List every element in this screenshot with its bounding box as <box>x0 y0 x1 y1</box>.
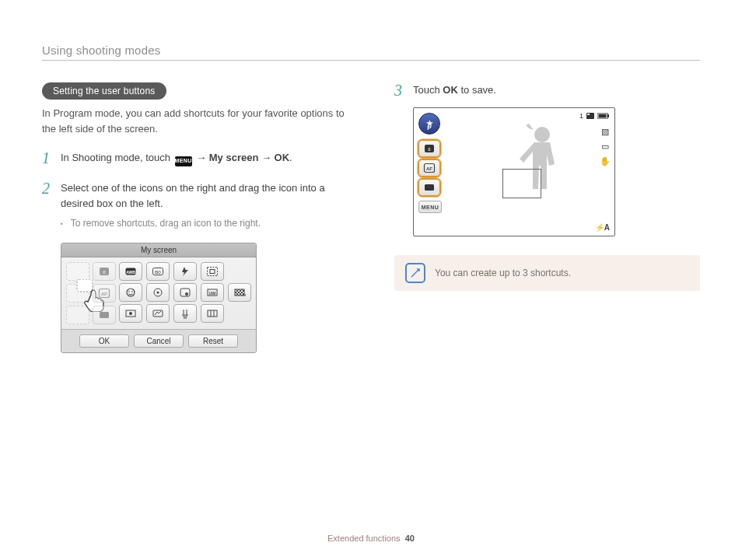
iso-icon[interactable] <box>146 262 170 281</box>
photosize-status-icon: ▭ <box>601 142 609 152</box>
cancel-button[interactable]: Cancel <box>134 334 184 348</box>
awb-icon[interactable] <box>119 262 142 281</box>
shortcut-ev[interactable] <box>418 140 440 157</box>
svg-rect-34 <box>587 114 590 115</box>
step-body: Select one of the icons on the right and… <box>61 180 348 212</box>
shortcut-slots <box>66 262 89 324</box>
intro-text: In Program mode, you can add shortcuts f… <box>42 106 348 136</box>
drive-icon <box>93 306 116 324</box>
face-icon[interactable] <box>119 283 142 302</box>
battery-icon <box>597 113 610 119</box>
ois-icon-small[interactable] <box>173 304 197 323</box>
shortcut-drive[interactable] <box>418 179 440 196</box>
myscreen-panel: My screen <box>61 243 257 353</box>
flash-icon[interactable] <box>173 262 197 281</box>
section-header: Using shooting modes <box>42 44 700 61</box>
ois-status-icon: ✋ <box>600 156 611 166</box>
panel-title: My screen <box>61 243 256 257</box>
memory-icon <box>586 113 594 119</box>
svg-text:SF: SF <box>243 293 246 297</box>
af-icon <box>93 284 116 303</box>
focus-frame <box>502 169 541 198</box>
guide-icon[interactable] <box>201 304 224 323</box>
svg-rect-37 <box>599 114 607 118</box>
svg-point-38 <box>534 127 550 142</box>
substep-bullet: To remove shortcuts, drag an icon to the… <box>42 218 348 230</box>
afarea-icon[interactable] <box>201 262 224 281</box>
svg-rect-36 <box>607 114 609 117</box>
touchaf-icon[interactable] <box>173 283 197 302</box>
info-note: You can create up to 3 shortcuts. <box>394 255 700 291</box>
mode-dial-icon[interactable]: ★P <box>418 113 440 135</box>
step-number: 2 <box>42 180 53 196</box>
step-body: In Shooting mode, touch MENU → My screen… <box>61 150 348 166</box>
smartrange-icon[interactable] <box>146 304 170 323</box>
step-number: 1 <box>42 150 53 166</box>
menu-icon: MENU <box>175 156 192 166</box>
shot-counter: 1 <box>579 112 583 120</box>
note-text: You can create up to 3 shortcuts. <box>435 268 571 278</box>
quality-icon[interactable]: SF <box>228 283 251 302</box>
menu-button[interactable]: MENU <box>418 201 442 213</box>
flash-status: ⚡A <box>595 223 610 232</box>
ok-button[interactable]: OK <box>79 334 129 348</box>
step-number: 3 <box>394 82 405 98</box>
size-icon[interactable] <box>201 283 224 302</box>
acb-icon[interactable] <box>119 304 142 323</box>
page-footer: Extended functions 40 <box>0 534 742 543</box>
metering-icon[interactable] <box>146 283 170 302</box>
camera-preview: 1 ★P MENU ▧ ▭ ✋ <box>413 107 615 236</box>
note-icon <box>405 263 425 283</box>
smartfilter-status-icon: ▧ <box>601 127 609 137</box>
reset-button[interactable]: Reset <box>188 334 238 348</box>
svg-rect-30 <box>208 310 217 317</box>
shortcut-af[interactable] <box>418 159 440 177</box>
ev-icon <box>93 262 116 281</box>
step-body: Touch OK to save. <box>413 82 700 98</box>
subsection-pill: Setting the user buttons <box>42 82 166 100</box>
